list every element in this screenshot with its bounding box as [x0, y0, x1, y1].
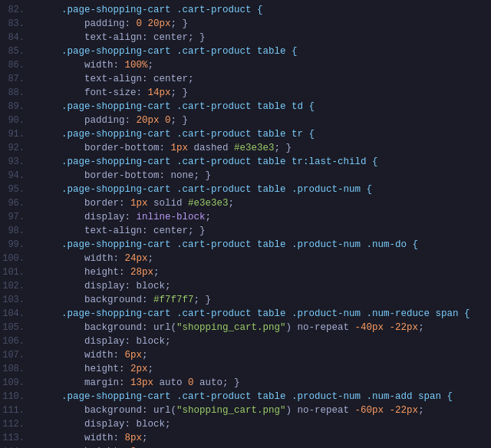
- line-number: 105.: [0, 321, 32, 334]
- code-token: .page-shopping-cart .cart-product table …: [38, 239, 418, 250]
- code-token: #e3e3e3: [188, 198, 229, 209]
- code-line: background: url("shopping_cart.png") no-…: [38, 404, 491, 417]
- code-token: ;: [418, 405, 424, 416]
- code-token: height:: [38, 267, 130, 278]
- code-token: -60px: [355, 405, 384, 416]
- code-token: 14px: [148, 87, 171, 98]
- code-line: .page-shopping-cart .cart-product table …: [38, 44, 491, 58]
- code-token: .page-shopping-cart .cart-product table …: [38, 156, 378, 167]
- line-number: 84.: [0, 31, 32, 44]
- code-token: solid: [148, 198, 189, 209]
- code-token: width:: [38, 253, 125, 264]
- code-line: .page-shopping-cart .cart-product table …: [38, 307, 491, 321]
- line-number: 112.: [0, 417, 32, 431]
- code-token: width:: [38, 350, 125, 361]
- line-number: 104.: [0, 307, 32, 321]
- line-number: 86.: [0, 58, 32, 72]
- code-token: .page-shopping-cart .cart-product table …: [38, 391, 453, 402]
- code-token: 20px: [148, 18, 171, 29]
- code-token: height:: [38, 364, 130, 374]
- code-token: 24px: [125, 253, 148, 264]
- code-line: width: 24px;: [38, 252, 491, 265]
- line-number: 108.: [0, 362, 32, 376]
- code-line: border-bottom: none; }: [38, 169, 491, 183]
- code-line: font-size: 14px; }: [38, 86, 491, 100]
- code-token: border:: [38, 198, 130, 209]
- line-number: 82.: [0, 3, 32, 17]
- code-line: padding: 20px 0; }: [38, 114, 491, 127]
- line-number: 92.: [0, 141, 32, 155]
- code-token: display: block;: [38, 419, 171, 430]
- code-token: auto; }: [194, 377, 240, 388]
- line-number: 102.: [0, 279, 32, 293]
- code-token: ; }: [171, 115, 189, 126]
- line-number: 103.: [0, 293, 32, 307]
- code-token: 0: [137, 18, 143, 29]
- code-token: inline-block: [137, 212, 206, 222]
- code-token: -22px: [390, 405, 419, 416]
- code-line: display: inline-block;: [38, 210, 491, 224]
- code-token: border-bottom: none; }: [38, 170, 211, 181]
- code-token: text-align: center;: [38, 74, 194, 84]
- code-token: .page-shopping-cart .cart-product table …: [38, 184, 372, 195]
- code-line: border-bottom: 1px dashed #e3e3e3; }: [38, 141, 491, 155]
- code-token: background: url(: [38, 322, 176, 333]
- line-number: 95.: [0, 183, 32, 196]
- code-token: .page-shopping-cart .cart-product table …: [38, 46, 298, 57]
- code-line: padding: 0 20px; }: [38, 17, 491, 31]
- code-token: 0: [165, 115, 171, 126]
- code-line: background: url("shopping_cart.png") no-…: [38, 321, 491, 334]
- code-token: ; }: [171, 87, 189, 98]
- line-number: 90.: [0, 114, 32, 127]
- code-token: text-align: center; }: [38, 32, 206, 43]
- code-token: 1px: [171, 143, 189, 153]
- code-token: [384, 405, 390, 416]
- line-number: 94.: [0, 169, 32, 183]
- line-number: 89.: [0, 100, 32, 114]
- code-line: text-align: center; }: [38, 224, 491, 238]
- line-number: 96.: [0, 196, 32, 210]
- code-token: background: url(: [38, 405, 176, 416]
- code-token: 28px: [130, 267, 153, 278]
- code-line: width: 100%;: [38, 58, 491, 72]
- line-number: 98.: [0, 224, 32, 238]
- code-token: #e3e3e3: [234, 143, 275, 153]
- code-token: -40px: [355, 322, 384, 333]
- code-token: display:: [38, 212, 137, 222]
- code-token: text-align: center; }: [38, 226, 206, 236]
- line-number: 114.: [0, 445, 32, 448]
- code-line: .page-shopping-cart .cart-product table …: [38, 183, 491, 196]
- code-token: .page-shopping-cart .cart-product table …: [38, 308, 470, 319]
- code-token: ;: [206, 212, 212, 222]
- code-token: auto: [153, 377, 188, 388]
- code-token: 20px: [137, 115, 160, 126]
- code-content[interactable]: .page-shopping-cart .cart-product { padd…: [32, 0, 491, 448]
- code-line: text-align: center; }: [38, 31, 491, 44]
- line-number: 93.: [0, 155, 32, 169]
- code-token: .page-shopping-cart .cart-product table …: [38, 101, 315, 112]
- code-token: "shopping_cart.png": [176, 322, 286, 333]
- line-number: 111.: [0, 404, 32, 417]
- line-number: 88.: [0, 86, 32, 100]
- code-token: .page-shopping-cart .cart-product table …: [38, 129, 315, 140]
- line-number: 91.: [0, 127, 32, 141]
- code-line: .page-shopping-cart .cart-product table …: [38, 155, 491, 169]
- code-line: .page-shopping-cart .cart-product table …: [38, 127, 491, 141]
- line-number: 87.: [0, 72, 32, 86]
- code-token: ;: [148, 364, 154, 374]
- code-line: border: 1px solid #e3e3e3;: [38, 196, 491, 210]
- code-line: width: 6px;: [38, 348, 491, 362]
- line-number: 106.: [0, 334, 32, 348]
- code-token: [142, 18, 148, 29]
- code-token: width:: [38, 433, 125, 443]
- code-line: .page-shopping-cart .cart-product table …: [38, 238, 491, 252]
- code-line: display: block;: [38, 334, 491, 348]
- code-token: ;: [171, 18, 177, 29]
- line-number: 85.: [0, 44, 32, 58]
- code-token: ;: [142, 350, 148, 361]
- line-number: 83.: [0, 17, 32, 31]
- line-number: 101.: [0, 265, 32, 279]
- code-line: height: 28px;: [38, 265, 491, 279]
- code-token: display: block;: [38, 336, 171, 347]
- code-line: text-align: center;: [38, 72, 491, 86]
